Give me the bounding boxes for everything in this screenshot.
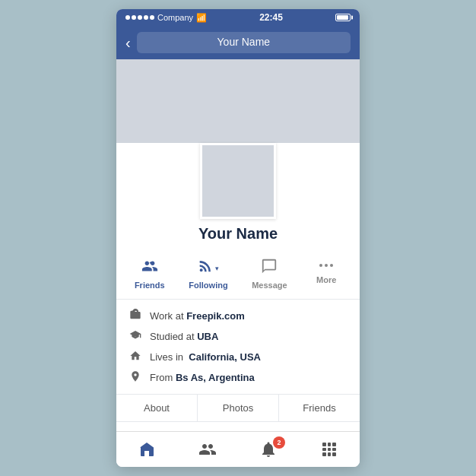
following-dropdown-arrow: ▾ bbox=[215, 265, 219, 272]
dot-2 bbox=[325, 264, 328, 267]
work-info: Work at Freepik.com bbox=[129, 309, 347, 323]
dot-3 bbox=[330, 264, 333, 267]
from-info: From Bs As, Argentina bbox=[129, 370, 347, 385]
gc8 bbox=[328, 452, 332, 456]
action-buttons-row: Friends ▾ Following bbox=[116, 252, 360, 300]
more-icon bbox=[319, 258, 333, 273]
following-label: Following bbox=[189, 281, 227, 290]
wifi-icon: 📶 bbox=[196, 13, 207, 23]
more-label: More bbox=[316, 275, 336, 284]
avatar-container bbox=[116, 143, 360, 219]
phone-frame: Company 📶 22:45 ‹ Your Name Your Name bbox=[116, 9, 360, 467]
from-text: From Bs As, Argentina bbox=[150, 372, 255, 383]
message-button[interactable]: Message bbox=[244, 255, 294, 293]
svg-rect-0 bbox=[144, 451, 149, 456]
menu-nav-item[interactable] bbox=[314, 438, 344, 461]
home-nav-item[interactable] bbox=[132, 438, 162, 461]
friends-nav-icon bbox=[198, 440, 217, 459]
info-section: Work at Freepik.com Studied at UBA Lives… bbox=[116, 300, 360, 395]
following-icon bbox=[197, 258, 214, 278]
status-bar: Company 📶 22:45 bbox=[116, 9, 360, 26]
gc6 bbox=[332, 448, 336, 452]
home-nav-icon bbox=[138, 440, 156, 459]
gc3 bbox=[332, 443, 336, 446]
studied-info: Studied at UBA bbox=[129, 329, 347, 344]
following-button[interactable]: ▾ Following bbox=[181, 255, 235, 293]
menu-grid-icon bbox=[322, 443, 336, 456]
signal-dot-3 bbox=[138, 15, 142, 20]
signal-dot-2 bbox=[132, 15, 136, 20]
notification-badge: 2 bbox=[273, 436, 285, 449]
friends-label: Friends bbox=[135, 281, 165, 290]
gc5 bbox=[328, 448, 332, 452]
following-icon-row: ▾ bbox=[197, 258, 219, 278]
gc2 bbox=[328, 443, 332, 446]
studied-text: Studied at UBA bbox=[150, 331, 218, 342]
profile-section: Your Name Friends bbox=[116, 143, 360, 431]
gc1 bbox=[322, 443, 326, 446]
avatar bbox=[200, 143, 276, 219]
status-left: Company 📶 bbox=[125, 13, 207, 23]
lives-info: Lives in California, USA bbox=[129, 350, 347, 364]
friends-icon bbox=[141, 258, 158, 278]
back-button[interactable]: ‹ bbox=[125, 34, 131, 52]
tab-about[interactable]: About bbox=[116, 395, 198, 421]
gc7 bbox=[322, 452, 326, 456]
friends-button[interactable]: Friends bbox=[127, 255, 173, 293]
message-icon bbox=[261, 258, 278, 278]
message-label: Message bbox=[252, 281, 287, 290]
dot-1 bbox=[319, 264, 322, 267]
signal-dot-4 bbox=[144, 15, 148, 20]
battery-fill bbox=[337, 15, 348, 20]
gc9 bbox=[332, 452, 336, 456]
studied-icon bbox=[129, 329, 142, 344]
friends-nav-item[interactable] bbox=[192, 438, 223, 461]
notifications-nav-item[interactable]: 2 bbox=[253, 438, 284, 461]
nav-bar: ‹ Your Name bbox=[116, 26, 360, 59]
sub-tabs: About Photos Friends bbox=[116, 395, 360, 422]
nav-title: Your Name bbox=[137, 32, 351, 53]
tab-photos[interactable]: Photos bbox=[198, 395, 279, 421]
tab-friends[interactable]: Friends bbox=[279, 395, 360, 421]
signal-dot-5 bbox=[150, 15, 154, 20]
gc4 bbox=[322, 448, 326, 452]
battery-icon bbox=[335, 14, 351, 21]
lives-text: Lives in California, USA bbox=[150, 351, 261, 363]
lives-icon bbox=[129, 350, 142, 364]
work-text: Work at Freepik.com bbox=[150, 310, 245, 322]
time-display: 22:45 bbox=[259, 12, 283, 23]
signal-dots bbox=[125, 15, 154, 20]
bottom-nav: 2 bbox=[116, 431, 360, 467]
carrier-label: Company bbox=[157, 13, 193, 22]
more-button[interactable]: More bbox=[303, 255, 349, 293]
work-icon bbox=[129, 309, 142, 323]
profile-name: Your Name bbox=[116, 225, 360, 243]
from-icon bbox=[129, 370, 142, 385]
signal-dot-1 bbox=[125, 15, 130, 20]
